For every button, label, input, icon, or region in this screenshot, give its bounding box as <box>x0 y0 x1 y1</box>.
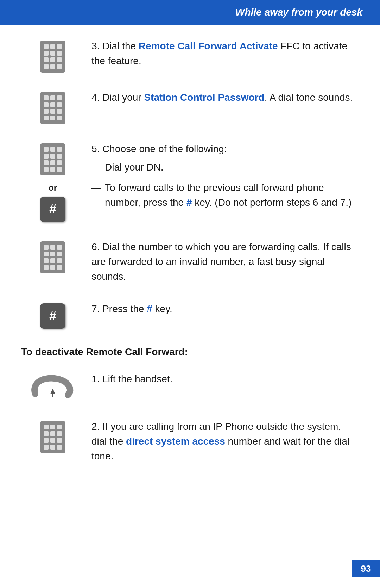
step-4-row: 4. Dial your Station Control Password. A… <box>21 90 359 124</box>
deactivate-heading: To deactivate Remote Call Forward: <box>21 346 359 358</box>
dash-2: — <box>91 180 101 195</box>
deactivate-step-2-text: 2. If you are calling from an IP Phone o… <box>84 419 359 464</box>
step-5-sub1: — Dial your DN. <box>91 160 359 175</box>
step-5-row: or # 5. Choose one of the following: — D… <box>21 142 359 222</box>
step-4-link: Station Control Password <box>144 92 264 103</box>
step-6-text: 6. Dial the number to which you are forw… <box>84 240 359 284</box>
keypad-icon-4 <box>40 92 65 124</box>
step-5-num: 5. <box>91 143 100 154</box>
step-4-text: 4. Dial your Station Control Password. A… <box>84 90 359 105</box>
handset-icon <box>28 373 77 402</box>
step-7-icon: # <box>21 302 84 329</box>
step-7-text: 7. Press the # key. <box>84 302 359 316</box>
deactivate-step-1-row: 1. Lift the handset. <box>21 372 359 402</box>
deactivate-step-1-icon <box>21 372 84 402</box>
step-4-icon <box>21 90 84 124</box>
keypad-icon-3 <box>40 41 65 73</box>
step-5-substeps: — Dial your DN. — To forward calls to th… <box>91 160 359 210</box>
keypad-icon-5 <box>40 143 65 175</box>
keypad-icon-6 <box>40 241 65 273</box>
or-label: or <box>49 182 57 193</box>
step-4-num: 4. <box>91 92 100 103</box>
header-title: While away from your desk <box>235 7 362 18</box>
header-bar: While away from your desk <box>0 0 380 25</box>
step-5-sub2: — To forward calls to the previous call … <box>91 180 359 210</box>
page-number: 93 <box>352 560 380 577</box>
dash-1: — <box>91 160 101 175</box>
sub2-text: To forward calls to the previous call fo… <box>105 180 359 210</box>
deactivate-step-2-link: direct system access <box>126 436 225 447</box>
step-7-row: # 7. Press the # key. <box>21 302 359 329</box>
step-7-num: 7. <box>91 303 100 314</box>
step-3-icon <box>21 39 84 73</box>
deactivate-step-1-text: 1. Lift the handset. <box>84 372 359 386</box>
deactivate-step-2-icon <box>21 419 84 453</box>
step-3-link: Remote Call Forward Activate <box>139 41 278 51</box>
step-3-text: 3. Dial the Remote Call Forward Activate… <box>84 39 359 68</box>
step-5-icon: or # <box>21 142 84 222</box>
handset-svg <box>30 375 76 401</box>
step-6-num: 6. <box>91 241 100 252</box>
step-7-hash-link: # <box>147 303 152 314</box>
step-3-row: 3. Dial the Remote Call Forward Activate… <box>21 39 359 73</box>
hash-key-7: # <box>40 303 65 329</box>
step-6-row: 6. Dial the number to which you are forw… <box>21 240 359 284</box>
deactivate-step-1-num: 1. <box>91 373 100 384</box>
step-6-icon <box>21 240 84 273</box>
svg-marker-1 <box>50 389 55 394</box>
step-5-text: 5. Choose one of the following: — Dial y… <box>84 142 359 210</box>
page-content: 3. Dial the Remote Call Forward Activate… <box>0 25 380 509</box>
deactivate-step-2-row: 2. If you are calling from an IP Phone o… <box>21 419 359 464</box>
sub1-text: Dial your DN. <box>105 160 163 175</box>
sub2-hash-link: # <box>186 197 192 208</box>
deactivate-step-2-num: 2. <box>91 421 100 432</box>
step-3-num: 3. <box>91 41 100 51</box>
keypad-icon-d2 <box>40 421 65 453</box>
hash-key-5: # <box>40 197 65 222</box>
